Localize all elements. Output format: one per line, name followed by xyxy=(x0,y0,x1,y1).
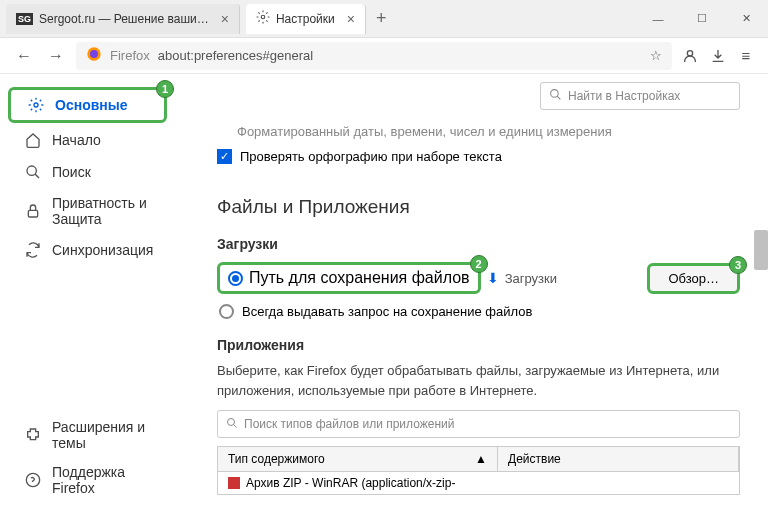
truncated-option: Форматированный даты, времени, чисел и е… xyxy=(217,124,740,139)
svg-rect-6 xyxy=(28,210,37,217)
search-icon xyxy=(549,88,562,104)
sidebar-item-general[interactable]: Основные 1 xyxy=(8,87,167,123)
radio-always-ask[interactable]: Всегда выдавать запрос на сохранение фай… xyxy=(217,304,740,319)
close-button[interactable]: ✕ xyxy=(724,0,768,38)
close-icon[interactable]: × xyxy=(221,11,229,27)
maximize-button[interactable]: ☐ xyxy=(680,0,724,38)
browse-button[interactable]: Обзор… 3 xyxy=(647,263,740,294)
gear-icon xyxy=(256,10,270,27)
radio-save-path[interactable]: Путь для сохранения файлов 2 xyxy=(217,262,481,294)
spellcheck-label: Проверять орфографию при наборе текста xyxy=(240,149,502,164)
apps-search[interactable]: Поиск типов файлов или приложений xyxy=(217,410,740,438)
main-panel: Найти в Настройках Форматированный даты,… xyxy=(175,74,768,523)
search-placeholder: Найти в Настройках xyxy=(568,89,680,103)
winrar-icon xyxy=(228,477,240,489)
sidebar: Основные 1 Начало Поиск Приватность и За… xyxy=(0,74,175,523)
forward-button[interactable]: → xyxy=(44,44,68,68)
step-badge-2: 2 xyxy=(470,255,488,273)
svg-point-0 xyxy=(261,15,265,19)
sidebar-item-label: Начало xyxy=(52,132,101,148)
sidebar-item-privacy[interactable]: Приватность и Защита xyxy=(8,189,167,233)
back-button[interactable]: ← xyxy=(12,44,36,68)
downloads-title: Загрузки xyxy=(217,236,740,252)
account-icon[interactable] xyxy=(680,46,700,66)
row-label: Архив ZIP - WinRAR (application/x-zip- xyxy=(246,476,455,490)
window-controls: — ☐ ✕ xyxy=(636,0,768,38)
apps-table: Тип содержимого ▲ Действие Архив ZIP - W… xyxy=(217,446,740,495)
search-icon xyxy=(24,163,42,181)
sidebar-item-label: Приватность и Защита xyxy=(52,195,151,227)
download-path-row: Путь для сохранения файлов 2 ⬇ Загрузки … xyxy=(217,262,740,294)
question-icon xyxy=(24,471,42,489)
svg-point-5 xyxy=(27,166,36,175)
apps-table-head: Тип содержимого ▲ Действие xyxy=(218,447,739,472)
minimize-button[interactable]: — xyxy=(636,0,680,38)
step-badge-1: 1 xyxy=(156,80,174,98)
sort-asc-icon: ▲ xyxy=(475,452,487,466)
search-icon xyxy=(226,417,238,432)
apps-title: Приложения xyxy=(217,337,740,353)
content: Основные 1 Начало Поиск Приватность и За… xyxy=(0,74,768,523)
close-icon[interactable]: × xyxy=(347,11,355,27)
sidebar-item-label: Синхронизация xyxy=(52,242,153,258)
svg-point-8 xyxy=(551,90,559,98)
col-content-type[interactable]: Тип содержимого ▲ xyxy=(218,447,498,471)
settings-search[interactable]: Найти в Настройках xyxy=(540,82,740,110)
svg-point-9 xyxy=(228,418,235,425)
tab-label: Sergoot.ru — Решение ваши… xyxy=(39,12,209,26)
sidebar-item-sync[interactable]: Синхронизация xyxy=(8,235,167,265)
sidebar-item-extensions[interactable]: Расширения и темы xyxy=(8,413,167,457)
titlebar: SG Sergoot.ru — Решение ваши… × Настройк… xyxy=(0,0,768,38)
url-bar[interactable]: Firefox about:preferences#general ☆ xyxy=(76,42,672,70)
home-icon xyxy=(24,131,42,149)
sidebar-item-home[interactable]: Начало xyxy=(8,125,167,155)
radio-unchecked-icon xyxy=(219,304,234,319)
menu-icon[interactable]: ≡ xyxy=(736,46,756,66)
download-arrow-icon: ⬇ xyxy=(487,270,499,286)
gear-icon xyxy=(27,96,45,114)
puzzle-icon xyxy=(24,426,42,444)
toolbar: ← → Firefox about:preferences#general ☆ … xyxy=(0,38,768,74)
checkbox-checked-icon[interactable]: ✓ xyxy=(217,149,232,164)
scrollbar-thumb[interactable] xyxy=(754,230,768,270)
radio-ask-label: Всегда выдавать запрос на сохранение фай… xyxy=(242,304,532,319)
sync-icon xyxy=(24,241,42,259)
apps-search-placeholder: Поиск типов файлов или приложений xyxy=(244,417,454,431)
tab-settings[interactable]: Настройки × xyxy=(246,4,366,34)
svg-point-4 xyxy=(34,103,38,107)
sidebar-item-label: Поиск xyxy=(52,164,91,180)
svg-point-7 xyxy=(26,473,39,486)
files-apps-title: Файлы и Приложения xyxy=(217,196,740,218)
favicon-sg: SG xyxy=(16,13,33,25)
svg-point-2 xyxy=(90,50,98,58)
lock-icon xyxy=(24,202,42,220)
sidebar-item-label: Поддержка Firefox xyxy=(52,464,151,496)
browse-label: Обзор… xyxy=(668,271,719,286)
apps-description: Выберите, как Firefox будет обрабатывать… xyxy=(217,361,740,400)
url-prefix: Firefox xyxy=(110,48,150,63)
bookmark-star-icon[interactable]: ☆ xyxy=(650,48,662,63)
tab-sergoot[interactable]: SG Sergoot.ru — Решение ваши… × xyxy=(6,4,240,34)
url-path: about:preferences#general xyxy=(158,48,313,63)
sidebar-item-label: Расширения и темы xyxy=(52,419,151,451)
step-badge-3: 3 xyxy=(729,256,747,274)
download-icon[interactable] xyxy=(708,46,728,66)
new-tab-button[interactable]: + xyxy=(366,8,397,29)
sidebar-item-support[interactable]: Поддержка Firefox xyxy=(8,458,167,502)
col-action[interactable]: Действие xyxy=(498,447,739,471)
radio-checked-icon xyxy=(228,271,243,286)
radio-save-label: Путь для сохранения файлов xyxy=(249,269,470,287)
firefox-icon xyxy=(86,46,102,65)
download-path-display: ⬇ Загрузки xyxy=(487,270,557,286)
sidebar-item-search[interactable]: Поиск xyxy=(8,157,167,187)
spellcheck-row[interactable]: ✓ Проверять орфографию при наборе текста xyxy=(217,149,740,164)
tab-label: Настройки xyxy=(276,12,335,26)
sidebar-item-label: Основные xyxy=(55,97,128,113)
download-path-label: Загрузки xyxy=(505,271,557,286)
svg-point-3 xyxy=(687,50,692,55)
table-row[interactable]: Архив ZIP - WinRAR (application/x-zip- xyxy=(218,472,739,494)
